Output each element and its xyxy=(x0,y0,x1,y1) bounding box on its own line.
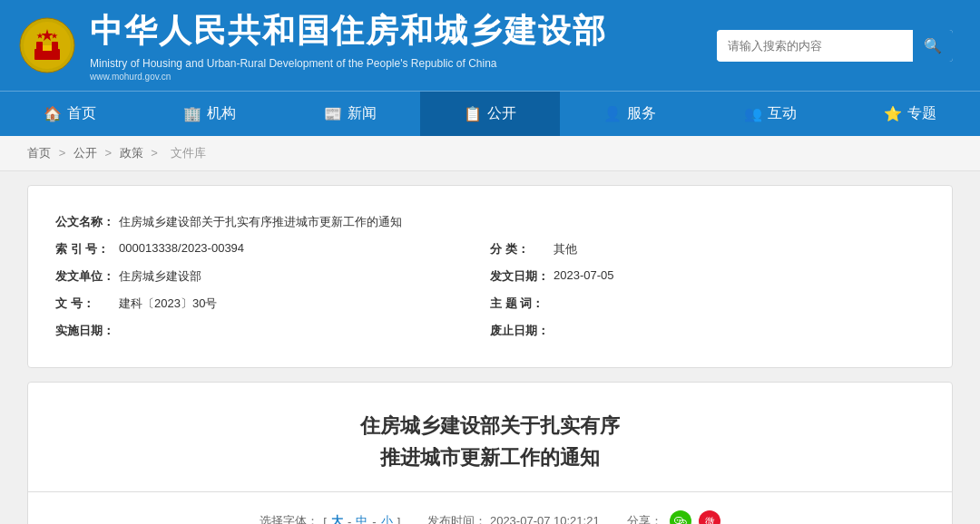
doc-expire-label: 废止日期： xyxy=(490,323,554,339)
doc-category-label: 分 类： xyxy=(490,241,554,257)
breadcrumb-sep1: > xyxy=(59,146,69,160)
search-area: 🔍 xyxy=(717,30,953,62)
logo-title: 中华人民共和国住房和城乡建设部 xyxy=(90,9,607,53)
nav-item-service[interactable]: 👤 服务 xyxy=(560,92,700,136)
breadcrumb: 首页 > 公开 > 政策 > 文件库 xyxy=(0,136,980,171)
doc-subject-label: 主 题 词： xyxy=(490,296,554,312)
service-icon: 👤 xyxy=(603,105,622,122)
search-input[interactable] xyxy=(717,32,913,60)
nav-link-open[interactable]: 📋 公开 xyxy=(420,92,560,136)
nav-link-special[interactable]: ⭐ 专题 xyxy=(840,92,980,136)
doc-info-right: 分 类： 其他 发文日期： 2023-07-05 主 题 词： 废止日期： xyxy=(490,236,925,344)
svg-rect-5 xyxy=(43,45,52,51)
doc-ref-value: 000013338/2023-00394 xyxy=(119,241,490,255)
doc-info-left: 索 引 号： 000013338/2023-00394 发文单位： 住房城乡建设… xyxy=(55,236,490,344)
breadcrumb-policy[interactable]: 政策 xyxy=(120,146,143,160)
nav-item-news[interactable]: 📰 新闻 xyxy=(280,92,420,136)
publish-value: 2023-07-07 10:21:21 xyxy=(490,514,600,524)
nav-link-interact[interactable]: 👥 互动 xyxy=(700,92,839,136)
doc-impl-label: 实施日期： xyxy=(55,323,119,339)
doc-ref-label: 索 引 号： xyxy=(55,241,119,257)
doc-title-value: 住房城乡建设部关于扎实有序推进城市更新工作的通知 xyxy=(119,214,925,230)
main-nav: 🏠 首页 🏢 机构 📰 新闻 📋 公开 xyxy=(0,91,980,136)
doc-category-value: 其他 xyxy=(554,241,925,257)
doc-issuer-value: 住房城乡建设部 xyxy=(119,268,490,285)
font-sep1: - xyxy=(348,515,351,524)
article-box: 住房城乡建设部关于扎实有序 推进城市更新工作的通知 选择字体： [ 大 - 中 … xyxy=(27,382,953,524)
doc-num-label: 文 号： xyxy=(55,296,119,312)
font-size-large[interactable]: 大 xyxy=(331,513,343,524)
nav-list: 🏠 首页 🏢 机构 📰 新闻 📋 公开 xyxy=(0,92,980,136)
nav-item-interact[interactable]: 👥 互动 xyxy=(700,92,839,136)
home-icon: 🏠 xyxy=(44,105,62,122)
nav-link-org[interactable]: 🏢 机构 xyxy=(140,92,279,136)
share-label: 分享： xyxy=(627,513,662,524)
breadcrumb-open[interactable]: 公开 xyxy=(74,146,97,160)
bracket-open: [ xyxy=(323,515,327,524)
doc-expire-row: 废止日期： xyxy=(490,317,925,344)
share-area: 分享： 微 xyxy=(627,510,720,524)
svg-point-13 xyxy=(681,522,681,523)
open-icon: 📋 xyxy=(464,105,482,122)
news-icon: 📰 xyxy=(324,105,342,122)
weibo-share-icon[interactable]: 微 xyxy=(699,510,720,524)
font-size-medium[interactable]: 中 xyxy=(356,513,368,524)
nav-item-home[interactable]: 🏠 首页 xyxy=(0,92,140,136)
article-title: 住房城乡建设部关于扎实有序 推进城市更新工作的通知 xyxy=(64,410,916,473)
nav-label-home: 首页 xyxy=(67,104,96,123)
nav-item-org[interactable]: 🏢 机构 xyxy=(140,92,279,136)
nav-item-open[interactable]: 📋 公开 xyxy=(420,92,560,136)
logo-area: 中华人民共和国住房和城乡建设部 Ministry of Housing and … xyxy=(18,9,607,82)
national-emblem xyxy=(18,16,76,74)
nav-link-home[interactable]: 🏠 首页 xyxy=(0,92,140,136)
search-button[interactable]: 🔍 xyxy=(913,30,953,62)
font-size-small[interactable]: 小 xyxy=(381,513,393,524)
doc-ref-row: 索 引 号： 000013338/2023-00394 xyxy=(55,236,490,263)
svg-text:微: 微 xyxy=(705,516,715,524)
doc-category-row: 分 类： 其他 xyxy=(490,236,925,263)
bracket-close: ] xyxy=(397,515,401,524)
article-title-line1: 住房城乡建设部关于扎实有序 xyxy=(64,410,916,442)
svg-point-10 xyxy=(676,519,678,521)
doc-issue-date-row: 发文日期： 2023-07-05 xyxy=(490,263,925,290)
doc-impl-row: 实施日期： xyxy=(55,317,490,344)
article-divider xyxy=(28,491,952,492)
breadcrumb-home[interactable]: 首页 xyxy=(27,146,51,160)
font-size-label: 选择字体： xyxy=(260,513,318,524)
svg-rect-4 xyxy=(52,42,58,51)
publish-time: 发布时间： 2023-07-07 10:21:21 xyxy=(427,513,599,524)
article-title-line2: 推进城市更新工作的通知 xyxy=(64,442,916,473)
header-top: 中华人民共和国住房和城乡建设部 Ministry of Housing and … xyxy=(0,0,980,91)
wechat-share-icon[interactable] xyxy=(670,510,691,524)
special-icon: ⭐ xyxy=(884,105,902,122)
doc-title-label: 公文名称： xyxy=(55,214,119,230)
doc-num-row: 文 号： 建科〔2023〕30号 xyxy=(55,290,490,317)
nav-link-service[interactable]: 👤 服务 xyxy=(560,92,700,136)
doc-issuer-label: 发文单位： xyxy=(55,268,119,285)
doc-info-box: 公文名称： 住房城乡建设部关于扎实有序推进城市更新工作的通知 索 引 号： 00… xyxy=(27,185,953,368)
logo-text-area: 中华人民共和国住房和城乡建设部 Ministry of Housing and … xyxy=(90,9,607,82)
publish-label: 发布时间： xyxy=(427,514,486,524)
breadcrumb-sep3: > xyxy=(151,146,161,160)
doc-title-row: 公文名称： 住房城乡建设部关于扎实有序推进城市更新工作的通知 xyxy=(55,209,925,236)
nav-label-news: 新闻 xyxy=(348,104,377,123)
svg-rect-3 xyxy=(36,42,43,51)
header: 中华人民共和国住房和城乡建设部 Ministry of Housing and … xyxy=(0,0,980,136)
nav-label-service: 服务 xyxy=(627,104,656,123)
nav-label-interact: 互动 xyxy=(768,104,797,123)
breadcrumb-sep2: > xyxy=(104,146,114,160)
nav-label-org: 机构 xyxy=(207,104,236,123)
org-icon: 🏢 xyxy=(183,105,201,122)
logo-url: www.mohurd.gov.cn xyxy=(90,72,607,82)
nav-item-special[interactable]: ⭐ 专题 xyxy=(840,92,980,136)
doc-subject-row: 主 题 词： xyxy=(490,290,925,317)
article-meta: 选择字体： [ 大 - 中 - 小 ] 发布时间： 2023-07-07 10:… xyxy=(64,506,916,524)
doc-num-value: 建科〔2023〕30号 xyxy=(119,296,490,312)
breadcrumb-current: 文件库 xyxy=(171,146,206,160)
doc-issue-date-value: 2023-07-05 xyxy=(554,268,925,282)
doc-issue-date-label: 发文日期： xyxy=(490,268,554,285)
font-sep2: - xyxy=(372,515,376,524)
nav-link-news[interactable]: 📰 新闻 xyxy=(280,92,420,136)
logo-subtitle: Ministry of Housing and Urban-Rural Deve… xyxy=(90,57,607,70)
nav-label-special: 专题 xyxy=(907,104,936,123)
